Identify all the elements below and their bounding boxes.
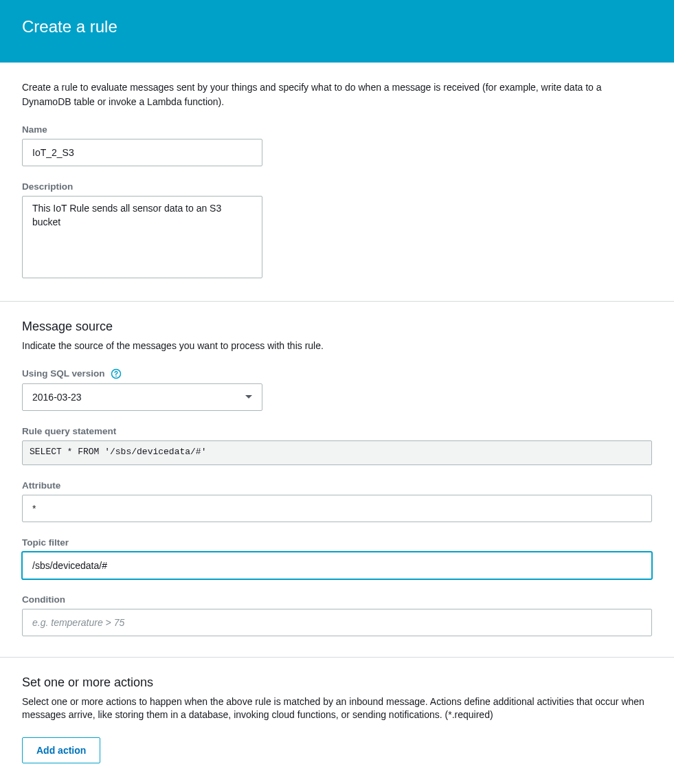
sql-version-value: 2016-03-23 <box>32 392 82 403</box>
intro-text: Create a rule to evaluate messages sent … <box>22 80 652 109</box>
topic-label: Topic filter <box>22 537 652 548</box>
description-field-block: Description <box>22 181 652 280</box>
name-input[interactable] <box>22 139 262 166</box>
condition-input[interactable] <box>22 609 652 636</box>
attribute-block: Attribute <box>22 480 652 522</box>
query-label: Rule query statement <box>22 426 652 436</box>
svg-point-1 <box>115 375 117 377</box>
description-textarea[interactable] <box>22 196 262 278</box>
chevron-down-icon <box>245 395 252 399</box>
sql-version-select[interactable]: 2016-03-23 <box>22 383 262 411</box>
message-source-panel: Message source Indicate the source of th… <box>0 302 674 657</box>
actions-heading: Set one or more actions <box>22 675 652 690</box>
sql-version-label-text: Using SQL version <box>22 368 105 379</box>
add-action-button[interactable]: Add action <box>22 737 100 763</box>
page-header: Create a rule <box>0 0 674 63</box>
topic-filter-input[interactable] <box>22 552 652 579</box>
sql-version-block: Using SQL version 2016-03-23 <box>22 368 652 411</box>
name-field-block: Name <box>22 124 652 166</box>
attribute-label: Attribute <box>22 480 652 491</box>
condition-block: Condition <box>22 594 652 636</box>
message-source-heading: Message source <box>22 320 652 334</box>
description-label: Description <box>22 181 652 192</box>
help-icon[interactable] <box>111 368 122 379</box>
name-label: Name <box>22 124 652 135</box>
intro-panel: Create a rule to evaluate messages sent … <box>0 63 674 301</box>
query-statement-box: SELECT * FROM '/sbs/devicedata/#' <box>22 440 652 465</box>
page-title: Create a rule <box>22 17 652 36</box>
condition-label: Condition <box>22 594 652 605</box>
query-block: Rule query statement SELECT * FROM '/sbs… <box>22 426 652 465</box>
topic-block: Topic filter <box>22 537 652 579</box>
message-source-sub: Indicate the source of the messages you … <box>22 339 652 353</box>
actions-sub: Select one or more actions to happen whe… <box>22 695 652 722</box>
actions-panel: Set one or more actions Select one or mo… <box>0 658 674 784</box>
attribute-input[interactable] <box>22 495 652 522</box>
sql-version-label: Using SQL version <box>22 368 652 379</box>
